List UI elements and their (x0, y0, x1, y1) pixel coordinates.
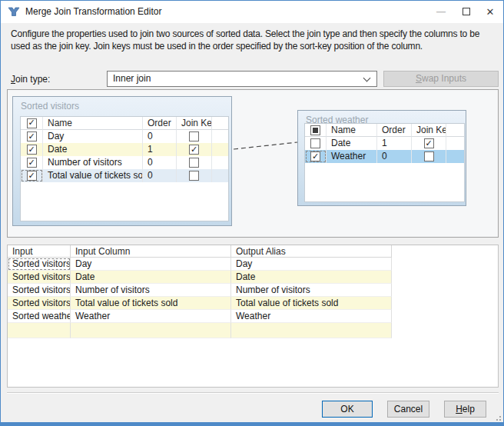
col-header-joinkey: Join Key (412, 124, 446, 137)
table-row[interactable]: Weather 0 (305, 150, 464, 163)
join-type-dropdown[interactable]: Inner join (107, 71, 377, 87)
row-checkbox (27, 145, 37, 155)
input-cell[interactable]: Sorted visitors (8, 284, 71, 297)
sorted-visitors-title: Sorted visitors (21, 101, 79, 111)
chevron-down-icon (363, 75, 371, 82)
output-alias-cell[interactable]: Total value of tickets sold (231, 297, 392, 310)
titlebar: Merge Join Transformation Editor — ✕ (1, 1, 503, 23)
col-header-name: Name (327, 124, 377, 137)
select-all-cell[interactable] (305, 124, 327, 137)
row-name: Total value of tickets sold (43, 169, 143, 182)
row-name: Date (327, 137, 377, 150)
row-name: Day (43, 130, 143, 143)
output-alias-cell[interactable]: Day (231, 258, 392, 271)
sorted-visitors-table: Name Order Join Key Day 0 Date 1 (20, 116, 229, 221)
grid-header-row: Input Input Column Output Alias (8, 245, 498, 258)
col-header-input: Input (8, 245, 71, 258)
table-row[interactable]: Date 1 (305, 137, 464, 150)
joinkey-checkbox (189, 171, 199, 181)
output-alias-cell[interactable]: Number of visitors (231, 284, 392, 297)
joinkey-checkbox (189, 131, 199, 141)
input-cell[interactable]: Sorted visitors (8, 297, 71, 310)
joinkey-checkbox (189, 158, 199, 168)
table-row[interactable]: Day 0 (21, 130, 228, 143)
sorted-weather-panel: Sorted weather Name Order Join Key Date … (297, 110, 466, 206)
grid-row: Sorted visitors Day Day (8, 258, 498, 271)
row-name: Date (43, 143, 143, 156)
input-column-cell[interactable]: Total value of tickets sold (71, 297, 231, 310)
input-column-cell[interactable] (71, 323, 231, 338)
window-title: Merge Join Transformation Editor (25, 1, 161, 23)
col-header-order: Order (143, 117, 177, 130)
sorted-weather-table: Name Order Join Key Date 1 Weather 0 (304, 123, 465, 202)
table-header-row: Name Order Join Key (21, 117, 228, 130)
help-button[interactable]: Help (444, 401, 486, 418)
output-mapping-grid: Input Input Column Output Alias Sorted v… (7, 245, 499, 388)
grid-row: Sorted visitors Number of visitors Numbe… (8, 284, 498, 297)
sorted-visitors-panel: Sorted visitors Name Order Join Key Day … (12, 96, 232, 226)
input-cell[interactable]: Sorted visitors (8, 271, 71, 284)
row-checkbox (27, 158, 37, 168)
input-cell[interactable] (8, 323, 71, 338)
join-diagram-area: Sorted visitors Name Order Join Key Day … (7, 89, 499, 238)
cancel-button[interactable]: Cancel (387, 401, 429, 418)
input-column-cell[interactable]: Day (71, 258, 231, 271)
row-order: 0 (143, 156, 177, 169)
footer-separator (7, 392, 499, 394)
col-header-name: Name (43, 117, 143, 130)
grid-row: Sorted weather Weather Weather (8, 310, 498, 323)
input-column-cell[interactable]: Weather (71, 310, 231, 323)
row-name: Number of visitors (43, 156, 143, 169)
maximize-button[interactable] (455, 1, 478, 23)
col-header-input-column: Input Column (71, 245, 231, 258)
grid-row: Sorted visitors Total value of tickets s… (8, 297, 498, 310)
merge-join-editor-dialog: Merge Join Transformation Editor — ✕ Con… (0, 0, 504, 426)
row-order: 0 (143, 169, 177, 182)
joinkey-checkbox (424, 151, 434, 161)
output-alias-cell[interactable]: Date (231, 271, 392, 284)
col-header-order: Order (377, 124, 412, 137)
select-all-cell[interactable] (21, 117, 43, 130)
output-alias-cell[interactable] (231, 323, 392, 338)
table-row[interactable]: Total value of tickets sold 0 (21, 169, 228, 182)
table-header-row: Name Order Join Key (305, 124, 464, 137)
table-row[interactable]: Number of visitors 0 (21, 156, 228, 169)
close-button[interactable]: ✕ (479, 1, 502, 23)
row-order: 0 (143, 130, 177, 143)
select-all-checkbox (27, 118, 37, 128)
merge-join-icon (8, 5, 20, 18)
row-checkbox (310, 138, 320, 148)
row-order: 1 (143, 143, 177, 156)
input-cell[interactable]: Sorted visitors (8, 258, 71, 271)
join-type-value: Inner join (113, 73, 151, 84)
select-all-checkbox (310, 125, 320, 135)
row-checkbox (27, 131, 37, 141)
row-name: Weather (327, 150, 377, 163)
col-header-output-alias: Output Alias (231, 245, 392, 258)
minimize-button[interactable]: — (429, 1, 453, 23)
resize-grip[interactable] (494, 414, 501, 421)
output-alias-cell[interactable]: Weather (231, 310, 392, 323)
input-column-cell[interactable]: Date (71, 271, 231, 284)
grid-row-empty (8, 323, 498, 338)
row-checkbox (27, 171, 37, 181)
joinkey-checkbox (189, 145, 199, 155)
input-column-cell[interactable]: Number of visitors (71, 284, 231, 297)
col-header-joinkey: Join Key (177, 117, 212, 130)
joinkey-checkbox (424, 138, 434, 148)
swap-inputs-button[interactable]: Swap Inputs (383, 71, 499, 87)
row-order: 0 (377, 150, 412, 163)
row-checkbox (310, 151, 320, 161)
grid-row: Sorted visitors Date Date (8, 271, 498, 284)
input-cell[interactable]: Sorted weather (8, 310, 71, 323)
row-order: 1 (377, 137, 412, 150)
table-row[interactable]: Date 1 (21, 143, 228, 156)
ok-button[interactable]: OK (322, 401, 373, 418)
dialog-description: Configure the properties used to join tw… (11, 28, 499, 52)
join-type-label: Join type: (11, 74, 50, 85)
